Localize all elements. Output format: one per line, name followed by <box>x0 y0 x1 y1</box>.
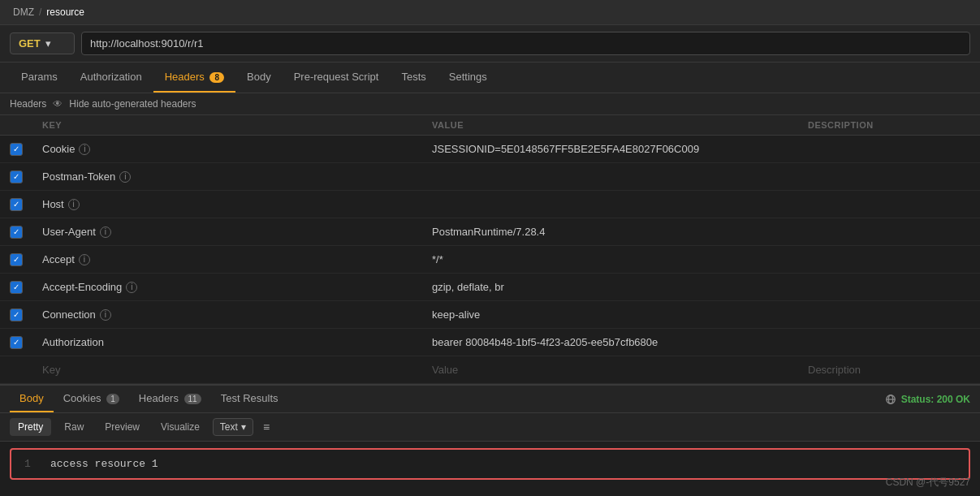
col-value-header: VALUE <box>432 120 808 130</box>
row-value-0: JSESSIONID=5E0148567FF5BE2E5FA4E8027F06C… <box>432 143 808 155</box>
globe-icon <box>885 394 896 405</box>
response-headers-badge: 11 <box>184 394 201 404</box>
col-description-header: DESCRIPTION <box>808 120 970 130</box>
response-tabs-row: Body Cookies 1 Headers 11 Test Results S… <box>0 384 980 413</box>
table-row: Cookie i JSESSIONID=5E0148567FF5BE2E5FA4… <box>0 136 980 163</box>
breadcrumb-current: resource <box>46 6 84 18</box>
row-key-3: User-Agent i <box>42 226 432 238</box>
col-key-header: KEY <box>42 120 432 130</box>
row-value-6: keep-alive <box>432 308 808 321</box>
url-bar: GET ▾ <box>0 25 980 63</box>
url-input[interactable] <box>81 32 970 55</box>
response-tab-headers[interactable]: Headers 11 <box>129 386 211 412</box>
table-row: Postman-Token i <box>0 163 980 191</box>
row-key-5: Accept-Encoding i <box>42 281 432 293</box>
row-value-3: PostmanRuntime/7.28.4 <box>432 226 808 238</box>
row-checkbox-2[interactable] <box>10 198 23 211</box>
placeholder-description[interactable]: Description <box>808 364 970 376</box>
response-tab-body[interactable]: Body <box>10 386 54 412</box>
headers-subbar-label: Headers <box>10 98 46 110</box>
table-header: KEY VALUE DESCRIPTION <box>0 115 980 136</box>
hide-headers-link[interactable]: Hide auto-generated headers <box>69 98 196 110</box>
row-value-7: bearer 80084b48-1bf5-4f23-a205-ee5b7cfb6… <box>432 336 808 348</box>
row-key-7: Authorization <box>42 336 432 348</box>
tab-settings[interactable]: Settings <box>438 63 499 93</box>
headers-subbar: Headers 👁 Hide auto-generated headers <box>0 93 980 115</box>
row-value-4: */* <box>432 253 808 265</box>
table-row: Connection i keep-alive <box>0 301 980 329</box>
format-preview-button[interactable]: Preview <box>97 418 148 436</box>
row-key-2: Host i <box>42 198 432 210</box>
format-raw-button[interactable]: Raw <box>56 418 92 436</box>
row-checkbox-0[interactable] <box>10 143 23 156</box>
row-checkbox-5[interactable] <box>10 281 23 294</box>
info-icon[interactable]: i <box>119 171 131 183</box>
breadcrumb-separator: / <box>39 6 41 18</box>
row-key-1: Postman-Token i <box>42 170 432 183</box>
tab-tests[interactable]: Tests <box>390 63 437 93</box>
format-visualize-button[interactable]: Visualize <box>153 418 208 436</box>
row-key-4: Accept i <box>42 253 432 265</box>
code-output: 1 access resource 1 <box>10 448 970 480</box>
status-badge: Status: 200 OK <box>901 394 970 405</box>
tab-headers[interactable]: Headers 8 <box>153 63 235 93</box>
row-checkbox-1[interactable] <box>10 170 23 183</box>
response-tab-test-results[interactable]: Test Results <box>211 386 288 412</box>
line-number: 1 <box>24 458 37 470</box>
tab-body[interactable]: Body <box>235 63 283 93</box>
row-key-6: Connection i <box>42 308 432 321</box>
breadcrumb: DMZ / resource <box>0 0 980 25</box>
info-icon[interactable]: i <box>68 199 80 210</box>
placeholder-value[interactable]: Value <box>432 364 808 376</box>
tab-params[interactable]: Params <box>10 63 69 93</box>
info-icon[interactable]: i <box>100 226 111 238</box>
placeholder-key[interactable]: Key <box>42 364 432 376</box>
headers-table: Cookie i JSESSIONID=5E0148567FF5BE2E5FA4… <box>0 136 980 384</box>
row-checkbox-7[interactable] <box>10 336 23 349</box>
request-tabs: Params Authorization Headers 8 Body Pre-… <box>0 63 980 93</box>
info-icon[interactable]: i <box>79 144 90 155</box>
response-tab-cookies[interactable]: Cookies 1 <box>54 386 129 412</box>
format-type-select[interactable]: Text ▾ <box>213 418 253 436</box>
eye-icon: 👁 <box>53 98 63 110</box>
method-chevron-icon: ▾ <box>45 37 51 50</box>
headers-badge: 8 <box>209 72 224 83</box>
col-checkbox-header <box>10 120 42 130</box>
info-icon[interactable]: i <box>100 309 111 321</box>
row-checkbox-6[interactable] <box>10 308 23 321</box>
format-chevron-icon: ▾ <box>241 421 246 433</box>
row-key-0: Cookie i <box>42 143 432 155</box>
row-value-5: gzip, deflate, br <box>432 281 808 293</box>
table-row: User-Agent i PostmanRuntime/7.28.4 <box>0 218 980 246</box>
method-select[interactable]: GET ▾ <box>10 32 75 54</box>
watermark: CSDN @-代号9527 <box>886 476 970 490</box>
table-row-placeholder[interactable]: Key Value Description <box>0 356 980 384</box>
breadcrumb-parent[interactable]: DMZ <box>13 6 34 18</box>
method-label: GET <box>19 37 41 50</box>
row-checkbox-4[interactable] <box>10 253 23 266</box>
status-area: Status: 200 OK <box>885 394 970 405</box>
cookies-badge: 1 <box>106 394 119 404</box>
code-content: access resource 1 <box>50 458 158 470</box>
info-icon[interactable]: i <box>126 282 137 293</box>
row-checkbox-3[interactable] <box>10 226 23 239</box>
tab-pre-request-script[interactable]: Pre-request Script <box>283 63 391 93</box>
info-icon[interactable]: i <box>79 254 90 265</box>
table-row: Accept i */* <box>0 246 980 274</box>
tab-authorization[interactable]: Authorization <box>69 63 153 93</box>
response-toolbar: Pretty Raw Preview Visualize Text ▾ ≡ <box>0 413 980 442</box>
wrap-lines-button[interactable]: ≡ <box>258 417 274 437</box>
table-row: Accept-Encoding i gzip, deflate, br <box>0 274 980 301</box>
table-row: Host i <box>0 191 980 218</box>
format-pretty-button[interactable]: Pretty <box>10 418 51 436</box>
table-row: Authorization bearer 80084b48-1bf5-4f23-… <box>0 329 980 356</box>
